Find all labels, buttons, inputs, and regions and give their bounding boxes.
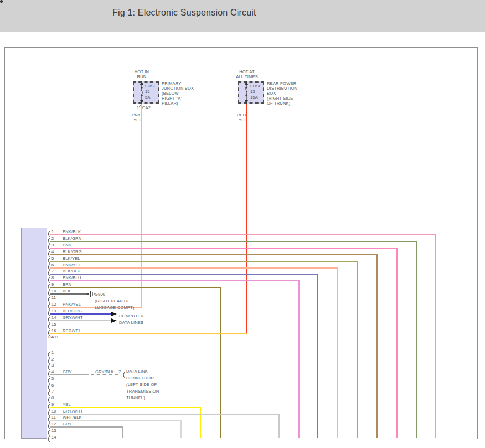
wire-vertical <box>122 426 123 438</box>
fuse-element-icon <box>243 81 250 104</box>
wire-label: PNK/YEL <box>63 302 81 307</box>
fuse-number: 15 <box>145 89 150 94</box>
wire-label: BLK/YEL <box>63 256 80 261</box>
pin-number: 4 <box>51 249 54 254</box>
pin-number: 2 <box>51 357 54 362</box>
wire-vertical <box>376 254 378 438</box>
pin-number: 12 <box>51 302 56 307</box>
splice-wire-label: GRY/BLK <box>95 369 114 374</box>
fuse-box-note: DISTRIBUTION <box>267 86 297 91</box>
wire-vertical <box>337 267 338 439</box>
fuse-name: FUSE <box>145 84 157 89</box>
wire-label: BLU/ORG <box>63 308 82 313</box>
pin-hook-icon <box>47 436 50 442</box>
data-line-arrow-icon <box>111 318 117 323</box>
pin-number: 15 <box>51 322 56 327</box>
pin-number: 6 <box>51 383 54 388</box>
wire-horizontal <box>50 287 221 288</box>
computer-data-lines-label: DATA LINES <box>119 320 143 325</box>
pin-hook-icon <box>47 352 50 358</box>
connector1-id[interactable]: CA11 <box>48 334 59 339</box>
fuse-element-icon <box>138 81 145 104</box>
fuse-box-note: PRIMARY <box>162 81 181 86</box>
dlc-note: (LEFT SIDE OF <box>126 382 157 387</box>
fuse-box-note: REAR POWER <box>267 81 296 86</box>
wire-horizontal <box>50 313 112 315</box>
wire-label: GRY/WHT <box>63 315 83 320</box>
wiring-diagram: HOT INRUNFUSE155APRIMARYJUNCTION BOX(BEL… <box>0 0 485 448</box>
wire-vertical <box>357 261 358 438</box>
fuse-number: 13 <box>250 89 255 94</box>
fuse-box-note: (BELOW <box>162 91 179 96</box>
pin-hook-icon <box>47 384 50 390</box>
wire-label: WHT/BLK <box>63 415 82 420</box>
wire-vertical <box>435 234 436 438</box>
wire-label: GRY <box>63 421 72 426</box>
ground-id: G900 <box>95 292 105 297</box>
wire-horizontal <box>50 293 88 295</box>
wire-label: BLK <box>63 289 71 293</box>
wire-label: BLK/BLU <box>63 269 80 274</box>
pin-hook-icon <box>47 323 50 329</box>
pin-number: 8 <box>51 275 54 280</box>
pin-hook-icon <box>47 297 50 303</box>
ground-note: (RIGHT REAR OF <box>95 298 130 303</box>
fuse-wire-label: PNK/ <box>132 112 142 117</box>
wire-horizontal <box>50 414 280 415</box>
wire-label: BRN <box>63 282 71 287</box>
pin-number: 11 <box>51 295 56 300</box>
pin-number: 3 <box>51 363 54 368</box>
dlc-note: TRANSMISSION <box>126 389 159 394</box>
wire-vertical <box>298 280 300 438</box>
pin-number: 14 <box>51 315 56 320</box>
pin-number: 10 <box>51 289 56 293</box>
pin-hook-icon <box>47 397 50 403</box>
wire-label: YEL <box>63 402 71 407</box>
fuse-amps: 15A <box>250 95 258 100</box>
wire-horizontal <box>50 241 417 242</box>
dlc-pin-hook-icon <box>121 371 126 379</box>
data-line-arrow-icon <box>111 312 117 316</box>
fuse-hot-label: RUN <box>122 74 161 79</box>
wire-horizontal <box>50 254 378 255</box>
wire-label: BLK/GRN <box>63 236 81 241</box>
pin-number: 5 <box>51 256 54 261</box>
wire-label: PNK/YEL <box>63 262 81 267</box>
dlc-note: TUNNEL) <box>126 395 145 400</box>
wire-label: PNK/BLK <box>63 229 81 234</box>
wire-label: GRY/WHT <box>63 409 83 414</box>
pin-hook-icon <box>47 430 50 436</box>
pin-number: 6 <box>51 262 54 267</box>
pin-hook-icon <box>47 378 50 384</box>
dlc-pin-number: 7 <box>118 369 121 374</box>
pin-number: 5 <box>51 376 54 381</box>
wire-horizontal <box>50 248 398 249</box>
wire-horizontal <box>50 267 338 269</box>
wire-horizontal <box>50 261 358 262</box>
wire-vertical <box>180 420 182 438</box>
pin-number: 1 <box>51 229 54 234</box>
wire-red-yel-vertical <box>246 104 247 334</box>
connector-block <box>21 228 47 439</box>
pin-hook-icon <box>47 364 50 370</box>
wire-horizontal <box>50 426 123 428</box>
wire-label: PNK/BLU <box>63 275 81 280</box>
pin-number: 14 <box>51 435 56 440</box>
wire-vertical <box>396 248 398 438</box>
pin-number: 4 <box>51 369 54 374</box>
fuse-box-note: JUNCTION BOX <box>162 86 194 91</box>
pin-number: 11 <box>51 415 56 420</box>
dlc-note: DATA LINK <box>126 369 148 374</box>
wire-horizontal <box>50 320 112 321</box>
pin-number: 2 <box>51 236 54 241</box>
fuse-name: FUSE <box>250 84 262 89</box>
pin-number: 9 <box>51 402 54 407</box>
wire-label: BLK/ORG <box>63 249 82 254</box>
fuse-box-note: OF TRUNK) <box>267 101 291 106</box>
pin-number: 1 <box>51 350 54 355</box>
wire-horizontal <box>50 280 300 281</box>
wire-horizontal <box>50 407 201 408</box>
fuse-box-note: BOX <box>267 91 276 96</box>
pin-hook-icon <box>47 390 50 396</box>
fuse-box-note: PILLAR) <box>162 101 178 106</box>
